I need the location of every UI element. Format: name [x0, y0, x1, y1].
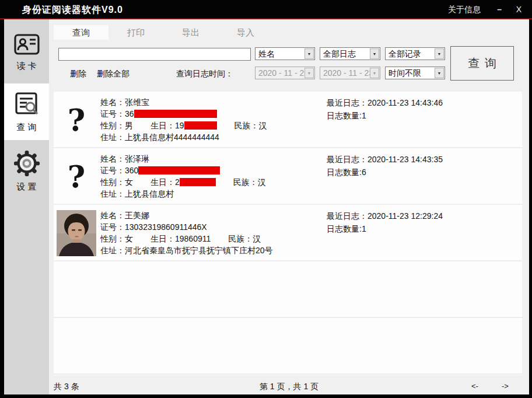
id-redaction — [134, 110, 217, 118]
chevron-down-icon[interactable]: ▼ — [435, 48, 444, 59]
birth-value: 2 — [175, 177, 180, 187]
time-limit-select[interactable]: 时间不限 ▼ — [385, 67, 445, 79]
chevron-down-icon[interactable]: ▼ — [304, 68, 314, 78]
id-label: 证号： — [100, 109, 125, 118]
birth-redaction — [180, 178, 216, 186]
photo-placeholder-question-mark: ? — [68, 159, 85, 194]
birth-redaction — [184, 121, 217, 130]
id-value: 360 — [125, 166, 138, 175]
address-label: 住址： — [100, 246, 125, 255]
ethnicity-value: 汉 — [253, 234, 261, 243]
about-button[interactable]: 关于信息 — [448, 5, 481, 15]
record-row[interactable]: ? 姓名：张泽琳 证号：360 性别：女生日：2民族：汉 住址：上犹县信息村 最… — [54, 148, 522, 205]
sidebar-item-read-card[interactable]: 读 卡 — [4, 24, 49, 81]
last-log-label: 最近日志： — [327, 155, 368, 164]
record-row[interactable]: ? 姓名：张维宝 证号：36 性别：男生日：19民族：汉 住址：上犹县信息村44… — [54, 92, 522, 148]
id-card-icon — [13, 33, 40, 56]
name-label: 姓名： — [100, 97, 125, 107]
tab-import[interactable]: 导入 — [218, 25, 273, 40]
photo-box: ? — [57, 153, 96, 200]
id-value: 36 — [125, 109, 134, 118]
delete-all-button[interactable]: 删除全部 — [97, 69, 130, 79]
last-log-label: 最近日志： — [327, 98, 368, 107]
ethnicity-label: 民族： — [235, 121, 259, 130]
ethnicity-label: 民族： — [228, 234, 253, 243]
query-button[interactable]: 查询 — [450, 46, 514, 81]
chevron-down-icon[interactable]: ▼ — [370, 48, 379, 59]
photo-box — [57, 210, 96, 256]
sidebar-item-label: 查 询 — [16, 122, 36, 133]
sidebar-item-label: 读 卡 — [16, 61, 36, 72]
close-button[interactable]: X — [516, 5, 522, 14]
name-label: 姓名： — [100, 154, 125, 163]
date-from-picker[interactable]: 2020 - 11 - 23 ▼ — [255, 67, 315, 79]
birth-label: 生日： — [150, 121, 175, 130]
address-value: 上犹县信息村4444444444 — [125, 132, 219, 142]
name-value: 王美娜 — [125, 211, 149, 220]
last-log-value: 2020-11-23 14:43:35 — [368, 155, 443, 164]
prev-page-button[interactable]: <- — [471, 382, 478, 390]
last-log-value: 2020-11-23 12:29:24 — [368, 211, 443, 221]
tab-export[interactable]: 导出 — [163, 25, 218, 40]
gender-label: 性别： — [100, 177, 125, 187]
gender-label: 性别： — [100, 121, 125, 130]
title-bar: 身份证阅读器软件V9.0 关于信息 – X — [0, 0, 532, 18]
sidebar-item-query[interactable]: 查 询 — [4, 83, 49, 140]
birth-value: 19 — [175, 121, 184, 130]
delete-button[interactable]: 删除 — [70, 69, 86, 79]
name-value: 张泽琳 — [125, 154, 149, 163]
ethnicity-value: 汉 — [259, 121, 267, 130]
tab-print[interactable]: 打印 — [108, 25, 163, 40]
search-input[interactable] — [58, 48, 251, 61]
gender-label: 性别： — [100, 234, 125, 243]
last-log-label: 最近日志： — [327, 211, 368, 221]
field-select[interactable]: 姓名 ▼ — [255, 47, 315, 60]
tab-bar: 查询 打印 导出 导入 — [54, 25, 273, 40]
record-list: ? 姓名：张维宝 证号：36 性别：男生日：19民族：汉 住址：上犹县信息村44… — [54, 92, 522, 375]
id-redaction — [138, 166, 220, 174]
log-time-label: 查询日志时间： — [176, 69, 233, 79]
gear-icon — [13, 150, 40, 177]
log-count-value: 1 — [362, 111, 366, 120]
next-page-button[interactable]: -> — [502, 382, 509, 390]
page-indicator: 第 1 页，共 1 页 — [49, 382, 529, 392]
log-count-value: 1 — [362, 224, 366, 233]
birth-label: 生日： — [150, 234, 175, 243]
photo-box: ? — [57, 97, 96, 143]
id-value: 13032319860911446X — [125, 222, 207, 232]
search-doc-icon — [13, 90, 40, 117]
gender-value: 女 — [125, 234, 133, 243]
empty-record-row — [54, 261, 522, 318]
log-count-value: 6 — [362, 167, 366, 177]
portrait-photo — [57, 210, 96, 256]
address-label: 住址： — [100, 132, 125, 142]
chevron-down-icon[interactable]: ▼ — [304, 48, 314, 59]
sidebar-item-label: 设 置 — [16, 181, 36, 193]
address-value: 河北省秦皇岛市抚宁县抚宁镇下庄村20号 — [125, 246, 273, 255]
record-filter-select[interactable]: 全部记录 ▼ — [385, 47, 445, 60]
address-label: 住址： — [100, 189, 125, 198]
name-value: 张维宝 — [125, 97, 149, 107]
log-filter-select[interactable]: 全部日志 ▼ — [320, 47, 380, 60]
app-window: 身份证阅读器软件V9.0 关于信息 – X 读 卡 — [0, 0, 532, 398]
empty-record-row — [54, 318, 522, 375]
tab-query[interactable]: 查询 — [54, 25, 108, 40]
app-title: 身份证阅读器软件V9.0 — [22, 4, 123, 16]
birth-value: 19860911 — [175, 234, 211, 243]
id-label: 证号： — [100, 222, 125, 232]
date-to-picker[interactable]: 2020 - 11 - 23 ▼ — [320, 67, 380, 79]
ethnicity-value: 汉 — [258, 177, 266, 187]
name-label: 姓名： — [100, 211, 125, 220]
main-panel: 查询 打印 导出 导入 姓名 ▼ 全部日志 ▼ 全部记录 ▼ 查询 删除 删除全… — [49, 19, 529, 394]
log-count-label: 日志数量: — [327, 167, 362, 177]
chevron-down-icon[interactable]: ▼ — [370, 68, 379, 78]
gender-value: 女 — [125, 177, 133, 187]
log-count-label: 日志数量: — [327, 224, 362, 233]
sidebar-item-settings[interactable]: 设 置 — [4, 143, 49, 200]
photo-placeholder-question-mark: ? — [68, 102, 85, 138]
gender-value: 男 — [125, 121, 133, 130]
minimize-button[interactable]: – — [497, 5, 502, 14]
last-log-value: 2020-11-23 14:43:46 — [368, 98, 443, 107]
record-row[interactable]: 姓名：王美娜 证号：13032319860911446X 性别：女生日：1986… — [54, 205, 522, 261]
chevron-down-icon[interactable]: ▼ — [435, 68, 444, 78]
